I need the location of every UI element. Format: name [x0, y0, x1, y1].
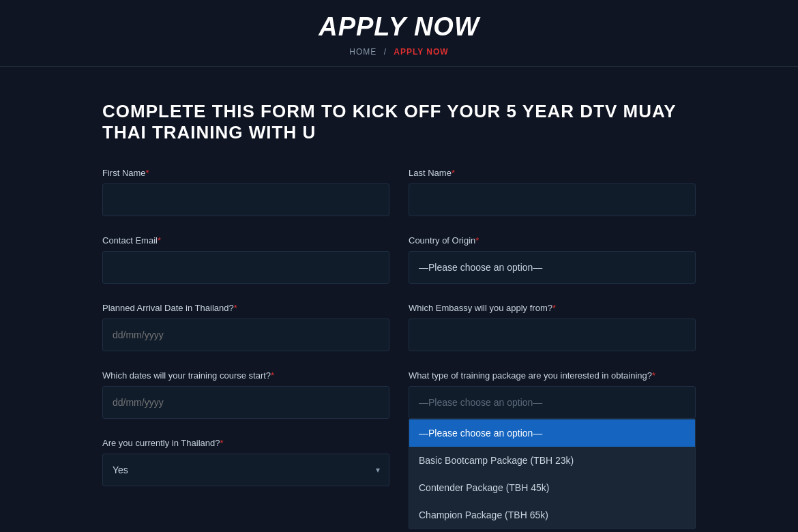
- currently-thailand-label: Are you currently in Thailand?*: [102, 438, 389, 448]
- breadcrumb-current: APPLY NOW: [394, 47, 448, 57]
- page-title: Apply Now: [0, 12, 798, 42]
- arrival-date-input[interactable]: [102, 319, 389, 351]
- breadcrumb-home[interactable]: HOME: [349, 47, 376, 57]
- country-of-origin-group: Country of Origin* —Please choose an opt…: [409, 235, 696, 284]
- training-start-group: Which dates will your training course st…: [102, 370, 389, 419]
- training-start-required: *: [271, 370, 274, 381]
- embassy-input[interactable]: [409, 319, 696, 351]
- contact-email-input[interactable]: [102, 251, 389, 284]
- currently-thailand-select[interactable]: Yes No: [102, 454, 389, 486]
- email-required: *: [158, 235, 161, 246]
- arrival-required: *: [234, 303, 237, 313]
- first-name-required: *: [146, 168, 149, 178]
- arrival-date-label: Planned Arrival Date in Thailand?*: [102, 303, 389, 313]
- first-name-input[interactable]: [102, 183, 389, 216]
- dropdown-option-champion[interactable]: Champion Package (TBH 65k): [409, 501, 695, 529]
- form-row-1: First Name* Last Name*: [102, 168, 696, 216]
- training-package-dropdown[interactable]: —Please choose an option—: [409, 386, 696, 419]
- dropdown-option-placeholder[interactable]: —Please choose an option—: [409, 419, 695, 447]
- training-package-label: What type of training package are you in…: [409, 370, 696, 381]
- form-row-4: Which dates will your training course st…: [102, 370, 696, 419]
- training-package-group: What type of training package are you in…: [409, 370, 696, 419]
- breadcrumb-separator: /: [384, 47, 387, 57]
- last-name-label: Last Name*: [409, 168, 696, 178]
- currently-thailand-required: *: [220, 438, 223, 448]
- training-start-label: Which dates will your training course st…: [102, 370, 389, 381]
- form-heading: COMPLETE THIS FORM TO KICK OFF YOUR 5 YE…: [102, 101, 696, 143]
- training-package-required: *: [652, 370, 655, 381]
- form-row-2: Contact Email* Country of Origin* —Pleas…: [102, 235, 696, 284]
- form-row-3: Planned Arrival Date in Thailand?* Which…: [102, 303, 696, 351]
- country-of-origin-select[interactable]: —Please choose an option— United States …: [409, 251, 696, 284]
- embassy-required: *: [552, 303, 556, 313]
- header-banner: Apply Now HOME / APPLY NOW: [0, 0, 798, 67]
- currently-thailand-group: Are you currently in Thailand?* Yes No: [102, 438, 389, 486]
- dropdown-option-contender[interactable]: Contender Package (TBH 45k): [409, 474, 695, 501]
- country-required: *: [475, 235, 479, 246]
- contact-email-group: Contact Email*: [102, 235, 389, 284]
- last-name-required: *: [452, 168, 455, 178]
- training-package-display-text: —Please choose an option—: [419, 397, 542, 408]
- embassy-group: Which Embassy will you apply from?*: [409, 303, 696, 351]
- embassy-label: Which Embassy will you apply from?*: [409, 303, 696, 313]
- training-package-dropdown-list: —Please choose an option— Basic Bootcamp…: [409, 419, 696, 529]
- country-of-origin-label: Country of Origin*: [409, 235, 696, 246]
- training-start-input[interactable]: [102, 386, 389, 419]
- first-name-group: First Name*: [102, 168, 389, 216]
- dropdown-option-basic[interactable]: Basic Bootcamp Package (TBH 23k): [409, 447, 695, 474]
- training-package-dropdown-wrapper: —Please choose an option— —Please choose…: [409, 386, 696, 419]
- currently-thailand-select-wrapper: Yes No: [102, 454, 389, 486]
- first-name-label: First Name*: [102, 168, 389, 178]
- main-content: COMPLETE THIS FORM TO KICK OFF YOUR 5 YE…: [0, 67, 798, 532]
- contact-email-label: Contact Email*: [102, 235, 389, 246]
- last-name-group: Last Name*: [409, 168, 696, 216]
- last-name-input[interactable]: [409, 183, 696, 216]
- breadcrumb: HOME / APPLY NOW: [0, 47, 798, 57]
- arrival-date-group: Planned Arrival Date in Thailand?*: [102, 303, 389, 351]
